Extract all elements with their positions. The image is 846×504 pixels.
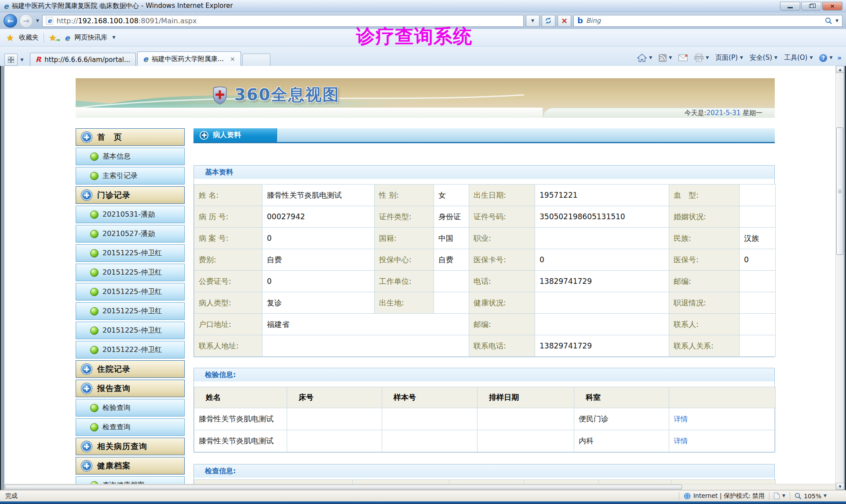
sidebar-label: 检验查询: [102, 403, 131, 413]
new-tab-button[interactable]: [242, 54, 270, 66]
lab-cell: [478, 408, 574, 430]
page-menu[interactable]: 页面(P)▼: [714, 54, 745, 62]
stop-button[interactable]: ×: [558, 15, 571, 27]
search-icon[interactable]: [825, 17, 832, 25]
back-icon: ←: [7, 16, 13, 25]
field-label: 姓 名:: [194, 185, 263, 206]
field-label: 医保号:: [669, 249, 740, 271]
status-options-button[interactable]: ▼: [774, 493, 785, 499]
page-icon: e: [46, 17, 54, 25]
tools-menu[interactable]: 工具(O)▼: [782, 54, 814, 62]
sidebar-item-7[interactable]: 20151225-仲卫红: [76, 264, 185, 281]
sidebar-item-4[interactable]: 20210531-潘勋: [76, 206, 185, 223]
sidebar-item-15[interactable]: 检查查询: [76, 418, 185, 436]
vertical-scrollbar[interactable]: ▲ ▼: [835, 66, 844, 490]
field-label: 血 型:: [669, 185, 740, 206]
patient-info-tab[interactable]: 病人资料: [193, 128, 277, 142]
sidebar-item-9[interactable]: 20151225-仲卫红: [76, 302, 185, 320]
zoom-magnifier-icon: [795, 493, 802, 500]
sidebar-section-13[interactable]: 报告查询: [76, 380, 185, 397]
column-header: 床号: [287, 387, 382, 408]
detail-link[interactable]: 详情: [674, 437, 688, 445]
favorites-star-icon: ★: [6, 33, 14, 42]
field-value: 13829741729: [535, 271, 669, 292]
print-button[interactable]: ▼: [693, 54, 711, 62]
sidebar-section-12[interactable]: 住院记录: [76, 360, 185, 378]
field-label: 联系人关系:: [669, 335, 740, 357]
close-button[interactable]: ×: [822, 2, 842, 11]
restore-icon: [809, 4, 813, 8]
basic-info-row: 联系人地址:联系电话:13829741729联系人关系:: [194, 335, 776, 357]
sidebar-item-10[interactable]: 20151225-仲卫红: [76, 322, 185, 339]
tab-portal[interactable]: R http://6.6.6.6/iam/portal...: [30, 53, 136, 66]
zoom-level-button[interactable]: 105% ▼: [795, 493, 841, 500]
vertical-scrollbar-thumb[interactable]: [836, 127, 843, 255]
sidebar-item-14[interactable]: 检验查询: [76, 399, 185, 417]
read-mail-button[interactable]: [677, 54, 689, 61]
horizontal-scrollbar-thumb[interactable]: [5, 485, 682, 489]
restore-button[interactable]: [801, 2, 821, 11]
minimize-button[interactable]: [780, 2, 800, 11]
content-tab-strip: 病人资料: [193, 128, 775, 143]
separator: [790, 492, 790, 500]
search-dropdown[interactable]: ▼: [835, 19, 839, 23]
web-slices-button[interactable]: 网页快讯库: [74, 33, 107, 42]
url-dropdown-button[interactable]: ▼: [526, 15, 540, 27]
sidebar-item-2[interactable]: 主索引记录: [76, 167, 185, 185]
tab-title: 福建中医药大学附属康...: [152, 55, 224, 63]
home-button[interactable]: ▼: [635, 54, 654, 62]
status-page-icon: [774, 493, 780, 499]
search-box[interactable]: b Bing ▼: [573, 15, 842, 27]
field-value: 膝骨性关节炎肌电测试: [263, 185, 375, 206]
back-button[interactable]: ←: [4, 14, 17, 28]
horizontal-scrollbar[interactable]: [4, 484, 835, 490]
sidebar-label: 20151225-仲卫红: [102, 287, 162, 297]
sidebar-label: 首 页: [97, 132, 122, 142]
sidebar-item-11[interactable]: 20151222-仲卫红: [76, 341, 185, 359]
basic-info-row: 病人类型:复诊出生地:健康状况:职退情况:: [194, 292, 776, 314]
green-orb-icon: [90, 346, 98, 354]
tab-close-icon[interactable]: ×: [230, 55, 235, 62]
safety-menu[interactable]: 安全(S)▼: [748, 54, 779, 62]
favorites-button[interactable]: 收藏夹: [19, 33, 39, 42]
scroll-down-arrow[interactable]: ▼: [836, 483, 844, 490]
shield-logo-icon: [211, 85, 229, 105]
quick-tabs-button[interactable]: [4, 54, 18, 66]
search-placeholder: Bing: [586, 17, 822, 25]
field-value: 00027942: [263, 206, 375, 228]
web-slices-dropdown[interactable]: ▼: [112, 36, 115, 40]
feeds-button[interactable]: ▼: [657, 54, 674, 62]
sidebar-item-6[interactable]: 20151225-仲卫红: [76, 244, 185, 262]
sidebar-section-17[interactable]: 健康档案: [76, 457, 185, 475]
scroll-up-arrow[interactable]: ▲: [836, 66, 844, 73]
more-commands-chevron[interactable]: »: [837, 54, 842, 62]
forward-button[interactable]: →: [19, 14, 33, 28]
field-value: 汉族: [740, 228, 776, 249]
date-prefix: 今天是:: [685, 109, 707, 117]
lab-cell: [287, 408, 382, 430]
sidebar-section-16[interactable]: 相关病历查询: [76, 438, 185, 455]
field-value: 350502198605131510: [535, 206, 669, 228]
detail-link[interactable]: 详情: [674, 415, 688, 423]
refresh-button[interactable]: [542, 15, 555, 27]
sidebar-label: 健康档案: [97, 460, 131, 471]
lab-header-row: 姓名床号样本号排样日期科室: [194, 387, 776, 408]
annotation-overlay-text: 诊疗查询系统: [356, 24, 472, 49]
help-button[interactable]: ?▼: [817, 54, 834, 62]
patient-info-tab-label: 病人资料: [213, 131, 241, 140]
green-orb-icon: [90, 404, 98, 412]
security-zone[interactable]: Internet | 保护模式: 禁用: [684, 492, 765, 500]
tab-hospital[interactable]: e 福建中医药大学附属康... ×: [137, 51, 241, 66]
sidebar-item-1[interactable]: 基本信息: [76, 148, 185, 165]
tab-list-button[interactable]: ▼: [18, 54, 26, 66]
lab-cell: 膝骨性关节炎肌电测试: [194, 430, 287, 452]
sidebar-item-8[interactable]: 20151225-仲卫红: [76, 283, 185, 301]
basic-info-row: 公费证号:0工作单位:电话:13829741729邮编:: [194, 271, 776, 292]
sidebar-label: 20210527-潘勋: [102, 229, 155, 239]
sidebar-section-0[interactable]: 首 页: [76, 128, 185, 146]
recent-pages-dropdown[interactable]: ▼: [36, 19, 39, 23]
sidebar-section-3[interactable]: 门诊记录: [76, 186, 185, 204]
sidebar-item-5[interactable]: 20210527-潘勋: [76, 225, 185, 243]
sidebar-label: 20151225-仲卫红: [102, 249, 162, 258]
field-value: [740, 292, 776, 314]
